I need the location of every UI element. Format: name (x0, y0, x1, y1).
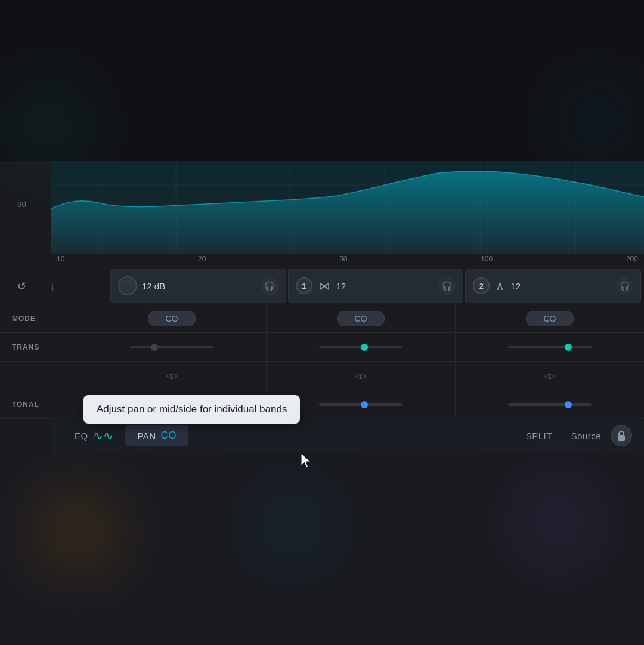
lock-button[interactable] (611, 425, 632, 446)
tooltip: Adjust pan or mid/side for individual ba… (83, 395, 300, 424)
eq-label: EQ (75, 431, 88, 441)
top-background (0, 0, 644, 161)
split-button[interactable]: SPLIT (516, 426, 562, 446)
freq-10: 10 (57, 255, 64, 263)
band1-headphone[interactable]: 🎧 (438, 277, 456, 295)
eq-button[interactable]: EQ ∿∿ (63, 424, 125, 448)
freq-200: 200 (626, 255, 638, 263)
trans-row: TRANS (0, 333, 644, 362)
band2-header: 2 ∧ 12 🎧 (465, 269, 641, 303)
band2-left: 2 ∧ 12 (473, 277, 521, 294)
band2-filter-icon: ∧ (496, 279, 504, 293)
mode-cell-0: CO (78, 304, 267, 332)
band2-headphone[interactable]: 🎧 (615, 277, 633, 295)
mode-co-0[interactable]: CO (148, 311, 196, 326)
db-label: -90 (15, 200, 26, 209)
svg-rect-10 (618, 435, 625, 441)
blob-purple (531, 495, 584, 549)
blob-cyan (268, 501, 316, 549)
trans-cell-0 (78, 333, 267, 361)
pan-arrows-row: ◁▷ ◁▷ ◁▷ (0, 362, 644, 390)
pan-arrows-cells: ◁▷ ◁▷ ◁▷ (78, 362, 644, 390)
band-lowshelf-left: ⌒ 12 dB (118, 276, 165, 295)
bg-blob-topleft (12, 90, 83, 161)
eq-icon: ∿∿ (93, 428, 114, 443)
mode-cell-1: CO (267, 304, 456, 332)
pan-arrows-0: ◁▷ (166, 371, 178, 380)
mode-row: MODE CO CO CO (0, 304, 644, 333)
source-button[interactable]: Source (562, 426, 611, 446)
freq-20: 20 (198, 255, 206, 263)
pan-arrows-cell-2: ◁▷ (456, 362, 644, 390)
lowshelf-filter-icon: ⌒ (118, 276, 137, 295)
tonal-cell-2 (456, 390, 644, 418)
pan-arrows-1: ◁▷ (355, 371, 367, 380)
band1-value: 12 (336, 281, 346, 291)
mode-cell-2: CO (456, 304, 644, 332)
band-lowshelf-headphone[interactable]: 🎧 (261, 277, 278, 295)
blob-yellow (48, 501, 107, 561)
freq-100: 100 (481, 255, 493, 263)
tonal-label: TONAL (0, 400, 78, 409)
mode-co-1[interactable]: CO (337, 311, 385, 326)
band1-filter-icon: ⋈ (318, 279, 330, 293)
band-lowshelf-value: 12 dB (142, 281, 165, 291)
download-button[interactable]: ↓ (43, 277, 62, 296)
trans-label: TRANS (0, 343, 78, 351)
undo-button[interactable]: ↺ (12, 277, 31, 296)
pan-arrows-2: ◁▷ (544, 371, 556, 380)
pan-co-icon: CO (161, 430, 177, 442)
bg-blob-topright (561, 84, 632, 155)
left-icon-area: ↺ ↓ (12, 269, 107, 304)
band-lowshelf-header: ⌒ 12 dB 🎧 (110, 269, 286, 303)
trans-cells (78, 333, 644, 361)
pan-arrows-cell-1: ◁▷ (267, 362, 456, 390)
mode-label: MODE (0, 314, 78, 323)
band2-number: 2 (473, 277, 490, 294)
trans-cell-1 (267, 333, 456, 361)
band2-value: 12 (510, 281, 521, 291)
lock-icon (617, 430, 626, 441)
freq-50: 50 (339, 255, 347, 263)
mode-co-2[interactable]: CO (526, 311, 574, 326)
band1-header: 1 ⋈ 12 🎧 (288, 269, 464, 303)
pan-arrows-cell-0: ◁▷ (78, 362, 267, 390)
pan-label: PAN (137, 431, 156, 441)
band1-number: 1 (296, 277, 312, 294)
freq-axis: 10 20 50 100 200 (51, 252, 644, 263)
mode-cells: CO CO CO (78, 304, 644, 332)
bottom-area (0, 453, 644, 645)
trans-cell-2 (456, 333, 644, 361)
band-header-row: ⌒ 12 dB 🎧 1 ⋈ 12 🎧 2 ∧ 12 🎧 (110, 269, 641, 304)
pan-button[interactable]: PAN CO (125, 425, 188, 446)
band1-left: 1 ⋈ 12 (296, 277, 346, 294)
spectrum-display (51, 161, 644, 254)
